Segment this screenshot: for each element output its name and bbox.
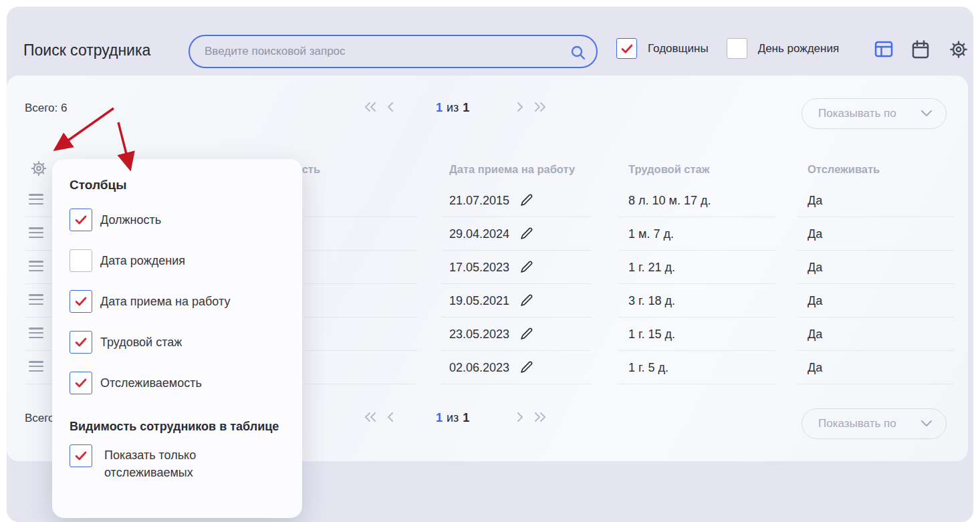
column-option: Отслеживаемость <box>70 372 285 394</box>
tracked-cell: Да <box>798 251 954 284</box>
column-option: Трудовой стаж <box>70 331 285 354</box>
position-cell <box>304 352 418 384</box>
column-header-tracked[interactable]: Отслеживать <box>808 163 880 176</box>
column-header-tenure[interactable]: Трудовой стаж <box>628 163 710 176</box>
tracked-cell: Да <box>798 218 954 251</box>
edit-icon[interactable] <box>520 227 533 240</box>
filter-checkbox[interactable] <box>727 38 747 59</box>
gear-icon[interactable] <box>947 38 970 61</box>
page-title: Поиск сотрудника <box>23 41 150 59</box>
position-cell <box>304 318 418 351</box>
hire-date-cell: 02.06.2023 <box>441 352 592 384</box>
position-cell <box>304 218 418 251</box>
tenure-cell: 3 г. 18 д. <box>618 285 775 317</box>
column-options-list: ДолжностьДата рожденияДата приема на раб… <box>70 209 285 394</box>
column-option: Показать только отслеживаемых <box>70 444 285 481</box>
show-by-dropdown[interactable]: Показывать по <box>802 98 947 129</box>
tracked-cell: Да <box>798 352 954 384</box>
tracked-cell: Да <box>798 285 954 317</box>
hire-date-value: 19.05.2021 <box>449 294 509 307</box>
tenure-cell: 1 г. 21 д. <box>618 251 775 284</box>
hire-date-value: 02.06.2023 <box>449 361 509 374</box>
column-option: Должность <box>70 209 285 231</box>
total-count: Всего: 6 <box>25 102 67 115</box>
header-filter-checked: Годовщины <box>616 38 709 59</box>
tracked-cell: Да <box>798 318 954 351</box>
tenure-cell: 1 г. 15 д. <box>618 318 775 351</box>
column-header-hire-date[interactable]: Дата приема на работу <box>449 163 575 176</box>
visibility-option: Показать только отслеживаемых <box>70 444 285 481</box>
tenure-cell: 8 л. 10 м. 17 д. <box>618 184 775 217</box>
hire-date-value: 23.05.2023 <box>449 328 509 341</box>
hire-date-cell: 17.05.2023 <box>441 251 592 284</box>
edit-icon[interactable] <box>520 360 533 374</box>
column-option-checkbox[interactable] <box>70 249 92 272</box>
hire-date-cell: 29.04.2024 <box>441 218 592 251</box>
search-icon[interactable] <box>570 44 587 64</box>
first-page-icon[interactable] <box>363 100 378 116</box>
column-option-label: Показать только отслеживаемых <box>104 446 251 481</box>
employee-search-page: Поиск сотрудника ГодовщиныДень рождения … <box>0 0 980 522</box>
tenure-cell: 1 г. 5 д. <box>618 352 775 384</box>
position-cell <box>304 285 418 317</box>
layout-table-icon[interactable] <box>874 40 894 59</box>
first-page-icon[interactable] <box>363 410 378 426</box>
columns-section-title: Столбцы <box>70 178 285 192</box>
next-page-icon[interactable] <box>515 100 525 116</box>
column-option: Дата рождения <box>70 249 285 272</box>
search-input[interactable] <box>189 35 598 68</box>
page-indicator: 1из1 <box>436 101 469 115</box>
edit-icon[interactable] <box>520 193 533 207</box>
edit-icon[interactable] <box>520 260 533 273</box>
position-cell <box>304 184 418 217</box>
edit-icon[interactable] <box>520 327 533 340</box>
column-option-checkbox[interactable] <box>70 209 92 231</box>
chevron-down-icon <box>921 418 933 430</box>
calendar-icon[interactable] <box>910 39 931 60</box>
column-option-label: Трудовой стаж <box>100 331 182 354</box>
page-indicator: 1из1 <box>436 411 469 425</box>
hire-date-cell: 19.05.2021 <box>441 285 592 317</box>
prev-page-icon[interactable] <box>386 100 395 116</box>
column-option-label: Дата приема на работу <box>100 290 230 313</box>
column-option-label: Дата рождения <box>100 249 185 272</box>
hire-date-cell: 21.07.2015 <box>441 184 592 217</box>
visibility-section-title: Видимость сотрудников в таблице <box>70 420 285 434</box>
prev-page-icon[interactable] <box>386 410 395 426</box>
hire-date-value: 17.05.2023 <box>449 261 509 274</box>
header-filter-checkboxes: ГодовщиныДень рождения <box>616 38 839 59</box>
position-cell <box>304 251 418 284</box>
show-by-label: Показывать по <box>818 417 896 430</box>
filter-checkbox[interactable] <box>616 38 637 59</box>
column-option-label: Должность <box>100 209 161 231</box>
top-toolbar: Всего: 6 1из1 Показывать по <box>7 98 968 129</box>
edit-icon[interactable] <box>520 293 533 307</box>
column-option-label: Отслеживаемость <box>100 372 202 394</box>
filter-checkbox-label: Годовщины <box>648 42 709 55</box>
hire-date-value: 29.04.2024 <box>449 227 509 241</box>
chevron-down-icon <box>921 108 933 120</box>
tracked-cell: Да <box>798 184 954 217</box>
show-by-dropdown[interactable]: Показывать по <box>802 408 947 439</box>
column-option: Дата приема на работу <box>70 290 285 313</box>
column-settings-popup: Столбцы ДолжностьДата рожденияДата прием… <box>52 159 302 518</box>
hire-date-value: 21.07.2015 <box>449 194 509 207</box>
column-option-checkbox[interactable] <box>70 444 92 467</box>
last-page-icon[interactable] <box>533 100 547 116</box>
column-option-checkbox[interactable] <box>70 331 92 354</box>
header-icons <box>874 38 970 61</box>
hire-date-cell: 23.05.2023 <box>441 318 592 351</box>
tenure-cell: 1 м. 7 д. <box>618 218 775 251</box>
header-filter-unchecked: День рождения <box>727 38 840 59</box>
filter-checkbox-label: День рождения <box>758 42 840 55</box>
next-page-icon[interactable] <box>515 410 525 426</box>
show-by-label: Показывать по <box>818 107 896 120</box>
column-option-checkbox[interactable] <box>70 372 92 394</box>
column-option-checkbox[interactable] <box>70 290 92 313</box>
last-page-icon[interactable] <box>533 410 547 426</box>
